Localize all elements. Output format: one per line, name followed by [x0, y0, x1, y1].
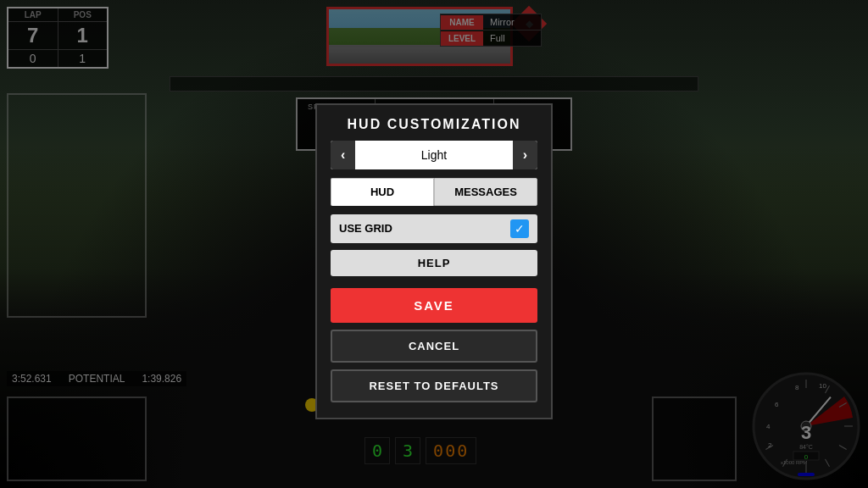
modal-title: HUD CUSTOMIZATION: [317, 105, 551, 141]
theme-prev-button[interactable]: ‹: [331, 141, 355, 169]
hud-customization-modal: HUD CUSTOMIZATION ‹ Light › HUD MESSAGES…: [315, 103, 553, 419]
use-grid-label: USE GRID: [339, 222, 392, 235]
save-button[interactable]: SAVE: [331, 288, 537, 323]
use-grid-row: USE GRID ✓: [331, 214, 537, 243]
help-button[interactable]: HELP: [331, 250, 537, 276]
reset-button[interactable]: RESET TO DEFAULTS: [331, 369, 537, 402]
modal-tabs: HUD MESSAGES: [331, 178, 537, 206]
tab-messages[interactable]: MESSAGES: [434, 178, 537, 206]
cancel-button[interactable]: CANCEL: [331, 330, 537, 363]
theme-next-button[interactable]: ›: [513, 141, 537, 169]
modal-overlay: HUD CUSTOMIZATION ‹ Light › HUD MESSAGES…: [0, 0, 868, 488]
theme-value: Light: [355, 141, 512, 169]
tab-hud[interactable]: HUD: [331, 178, 434, 206]
theme-selector: ‹ Light ›: [331, 141, 537, 169]
use-grid-checkbox[interactable]: ✓: [510, 219, 529, 238]
